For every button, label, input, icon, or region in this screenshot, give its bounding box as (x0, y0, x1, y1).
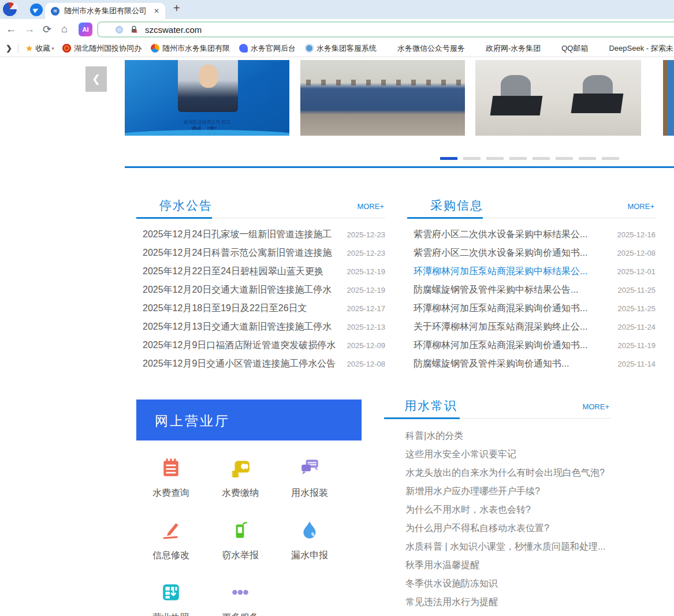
bookmark-label: DeepSeek - 探索未 (609, 43, 673, 54)
knowledge-list-item[interactable]: 水龙头放出的自来水为什么有时会出现白色气泡? (384, 464, 610, 482)
outage-more-link[interactable]: MORE+ (357, 202, 384, 211)
knowledge-list-item[interactable]: 常见违法用水行为提醒 (384, 593, 610, 611)
section-procurement-info: 采购信息 MORE+ 紫雲府小区二次供水设备采购中标结果公...2025-12-… (407, 195, 656, 373)
item-title: 2025年12月24日孔家坡一组新旧管道连接施工 (136, 229, 336, 241)
item-title: 防腐螺旋钢管及管件采购询价通知书... (407, 358, 574, 370)
back-icon[interactable]: ← (6, 23, 16, 35)
service-theft-report[interactable]: 窃水举报 (206, 517, 275, 580)
bookmark-icon (62, 44, 71, 53)
knowledge-list-item[interactable]: 这些用水安全小常识要牢记 (384, 445, 610, 464)
outage-list-item[interactable]: 2025年12月24日孔家坡一组新旧管道连接施工2025-12-23 (136, 225, 385, 244)
service-water-fee-payment[interactable]: 水费缴纳 (206, 455, 275, 517)
service-water-installation[interactable]: 用水报装 (275, 455, 344, 517)
carousel-dot[interactable] (463, 157, 481, 160)
procurement-list-item[interactable]: 环潭柳林河加压泵站商混采购询价通知书...2025-11-19 (407, 336, 656, 354)
pencil-icon (136, 520, 206, 542)
knowledge-list-item[interactable]: 冬季供水设施防冻知识 (384, 574, 610, 593)
bookmark-item[interactable]: 湖北随州国投协同办 (62, 43, 141, 54)
carousel-photo-office[interactable] (475, 60, 641, 136)
browser-tab[interactable]: ≋ 随州市水务集团有限公司 ✕ (45, 3, 165, 19)
carousel-dot[interactable] (602, 157, 619, 160)
bookmarks-bar: ❯ ★ 收藏 ▾ 湖北随州国投协同办 随州市水务集团有限 水务官网后台 水务集团… (0, 40, 674, 57)
bookmark-item[interactable]: 水务微信公众号服务 (386, 43, 465, 54)
water-drop-icon (275, 520, 344, 542)
procurement-list-item[interactable]: 防腐螺旋钢管及管件采购询价通知书...2025-11-14 (407, 354, 656, 373)
knowledge-more-link[interactable]: MORE+ (582, 402, 609, 411)
carousel-photo-partial[interactable] (663, 60, 674, 136)
item-date: 2025-12-16 (617, 230, 656, 239)
knowledge-list-item[interactable]: 水质科普 | 水知识小课堂，秒懂水质问题和处理... (384, 537, 610, 556)
address-bar[interactable]: szcswater.com (97, 21, 674, 38)
carousel-dot[interactable] (579, 157, 596, 160)
outage-list-item[interactable]: 2025年12月22日至24日碧桂园翠山蓝天更换2025-12-19 (136, 262, 385, 281)
knowledge-list-item[interactable]: 新增用水户应办理哪些开户手续? (384, 482, 610, 501)
home-icon[interactable]: ⌂ (61, 23, 68, 35)
bookmark-icon (386, 44, 394, 53)
bookmark-label: 水务官网后台 (251, 43, 296, 54)
tab-title: 随州市水务集团有限公司 (64, 6, 149, 16)
service-info-modify[interactable]: 信息修改 (136, 517, 206, 580)
insecure-lock-icon[interactable] (130, 25, 138, 33)
item-date: 2025-12-08 (347, 360, 386, 368)
ai-assistant-icon[interactable]: AI (79, 23, 92, 36)
service-label: 水费查询 (136, 487, 206, 499)
service-label: 窃水举报 (206, 550, 275, 562)
outage-list-item[interactable]: 2025年12月20日交通大道新旧管连接施工停水2025-12-19 (136, 281, 385, 299)
favorites-caret-icon[interactable]: ▾ (51, 46, 54, 51)
grid-download-icon (136, 582, 206, 604)
favorites-star-icon[interactable]: ★ (25, 43, 33, 54)
procurement-list-item[interactable]: 关于环潭柳林河加压泵站商混采购终止公...2025-11-24 (407, 318, 656, 336)
knowledge-list-item[interactable]: 科普|水的分类 (384, 427, 610, 445)
service-leak-report[interactable]: 漏水申报 (275, 517, 344, 580)
carousel-dot[interactable] (509, 157, 527, 160)
bookmark-item[interactable]: QQ邮箱 (550, 43, 588, 54)
carousel-dot[interactable] (556, 157, 573, 160)
outage-list-item[interactable]: 2025年12月9日交通小区管道连接施工停水公告2025-12-08 (136, 354, 385, 373)
bookmark-item[interactable]: 政府网-水务集团 (474, 43, 541, 54)
online-hall-banner[interactable]: 网上营业厅 (136, 400, 362, 440)
procurement-list-item[interactable]: 紫雲府小区二次供水设备采购中标结果公...2025-12-16 (407, 225, 656, 244)
carousel-dot[interactable] (486, 157, 504, 160)
bookmark-item[interactable]: 水务官网后台 (239, 43, 296, 54)
new-tab-button[interactable]: + (173, 2, 180, 15)
service-water-fee-query[interactable]: 水费查询 (136, 455, 206, 517)
procurement-list-item[interactable]: 环潭柳林河加压泵站商混采购询价通知书...2025-11-25 (407, 299, 656, 318)
knowledge-list-item[interactable]: 秋季用水温馨提醒 (384, 556, 610, 574)
knowledge-list-item[interactable]: 为什么不用水时，水表也会转? (384, 501, 610, 519)
favorites-label[interactable]: 收藏 (35, 43, 50, 54)
outage-list-item[interactable]: 2025年12月9日口福酒店附近管道突发破损停水2025-12-09 (136, 336, 385, 354)
item-title: 关于环潭柳林河加压泵站商混采购终止公... (407, 321, 592, 333)
sidebar-toggle-icon[interactable]: ❯ (6, 44, 12, 53)
service-business-license[interactable]: 营业执照 (136, 580, 206, 616)
bookmark-label: 随州市水务集团有限 (162, 43, 230, 54)
carousel-prev-button[interactable]: ❮ (85, 66, 107, 92)
forward-icon[interactable]: → (24, 23, 35, 35)
carousel-dot[interactable] (533, 157, 550, 160)
tab-close-icon[interactable]: ✕ (154, 7, 159, 15)
site-info-icon[interactable] (116, 26, 123, 33)
service-more[interactable]: 更多服务 (206, 580, 275, 616)
pinned-app-icon[interactable] (30, 3, 43, 16)
bookmark-item[interactable]: DeepSeek - 探索未 (597, 43, 673, 54)
service-label: 更多服务 (206, 612, 275, 616)
knowledge-list-item[interactable]: 为什么用户不得私自移动水表位置? (384, 519, 610, 537)
procurement-list-item[interactable]: 紫雲府小区二次供水设备采购询价通知书...2025-12-08 (407, 244, 656, 262)
bookmark-item[interactable]: 水务集团客服系统 (305, 43, 377, 54)
carousel-photo-group[interactable] (300, 60, 465, 136)
card-wave-decoration (125, 130, 289, 136)
bookmark-item[interactable]: 随州市水务集团有限 (151, 43, 230, 54)
carousel-photo-employee-card[interactable]: 康润实业投资公司 职工 刘吉 (125, 60, 289, 136)
outage-list-item[interactable]: 2025年12月24日科普示范公寓新旧管道连接施2025-12-23 (136, 244, 385, 262)
item-date: 2025-12-23 (347, 249, 386, 257)
procurement-list-item-highlighted[interactable]: 环潭柳林河加压泵站商混采购中标结果公...2025-12-01 (407, 262, 656, 281)
item-date: 2025-12-19 (347, 267, 386, 276)
outage-list-item[interactable]: 2025年12月18日至19日及22日至26日文2025-12-17 (136, 299, 385, 318)
url-text[interactable]: szcswater.com (145, 25, 202, 35)
service-label: 用水报装 (275, 487, 344, 499)
outage-list-item[interactable]: 2025年12月13日交通大道新旧管连接施工停水2025-12-13 (136, 318, 385, 336)
outage-section-title: 停水公告 (159, 197, 213, 214)
procurement-more-link[interactable]: MORE+ (627, 202, 654, 211)
procurement-list-item[interactable]: 防腐螺旋钢管及管件采购中标结果公告...2025-11-25 (407, 281, 656, 299)
reload-icon[interactable]: ⟳ (43, 23, 51, 36)
carousel-dot[interactable] (440, 157, 457, 160)
